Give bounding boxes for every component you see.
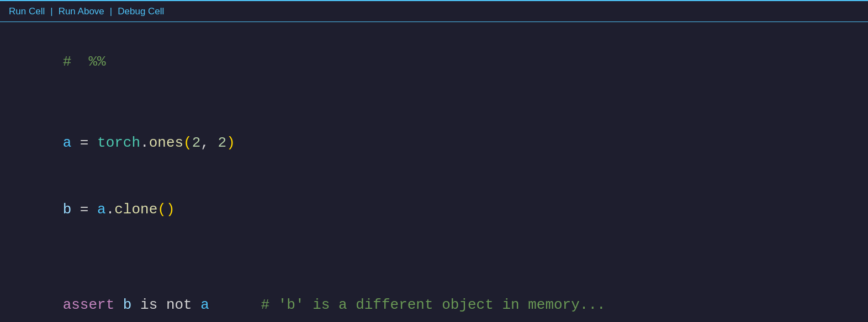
torch-name: torch bbox=[97, 135, 140, 151]
code-line-3: a = torch.ones(2, 2) bbox=[11, 110, 857, 176]
sep1: | bbox=[50, 6, 52, 17]
paren3: () bbox=[157, 201, 174, 218]
code-area[interactable]: # %% a = torch.ones(2, 2) b = a.clone() … bbox=[0, 22, 868, 322]
op-eq: = bbox=[71, 135, 97, 151]
func-ones: ones bbox=[149, 135, 183, 151]
cell-marker: %% bbox=[88, 53, 105, 70]
blank-line-3 bbox=[11, 257, 857, 272]
kw-assert: assert bbox=[63, 297, 115, 313]
var-b: b bbox=[63, 201, 72, 218]
paren2: ) bbox=[226, 135, 235, 151]
comma1: , bbox=[200, 135, 218, 151]
run-cell-button[interactable]: Run Cell bbox=[9, 6, 45, 17]
toolbar: Run Cell | Run Above | Debug Cell bbox=[0, 1, 868, 22]
comment-line7: # 'b' is a different object in memory... bbox=[209, 297, 606, 313]
comment-hash: # bbox=[63, 53, 89, 70]
var-b2: b bbox=[114, 297, 131, 313]
code-line-1: # %% bbox=[11, 29, 857, 95]
dot2: . bbox=[106, 201, 115, 218]
blank-line-2 bbox=[11, 243, 857, 257]
editor-container: Run Cell | Run Above | Debug Cell # %% a… bbox=[0, 0, 868, 322]
num-2-2: 2 bbox=[218, 135, 227, 151]
var-a2: a bbox=[97, 201, 106, 218]
blank-line-1 bbox=[11, 95, 857, 110]
var-a: a bbox=[63, 135, 72, 151]
op-is-not: is not bbox=[131, 297, 192, 313]
sep2: | bbox=[110, 6, 112, 17]
code-line-7: assert b is not a # 'b' is a different o… bbox=[11, 272, 857, 322]
paren1: ( bbox=[183, 135, 192, 151]
run-above-button[interactable]: Run Above bbox=[59, 6, 104, 17]
func-clone: clone bbox=[114, 201, 157, 218]
debug-cell-button[interactable]: Debug Cell bbox=[118, 6, 164, 17]
code-line-4: b = a.clone() bbox=[11, 176, 857, 243]
num-2-1: 2 bbox=[192, 135, 201, 151]
var-a3: a bbox=[192, 297, 209, 313]
dot1: . bbox=[140, 135, 149, 151]
op-eq2: = bbox=[71, 201, 97, 218]
